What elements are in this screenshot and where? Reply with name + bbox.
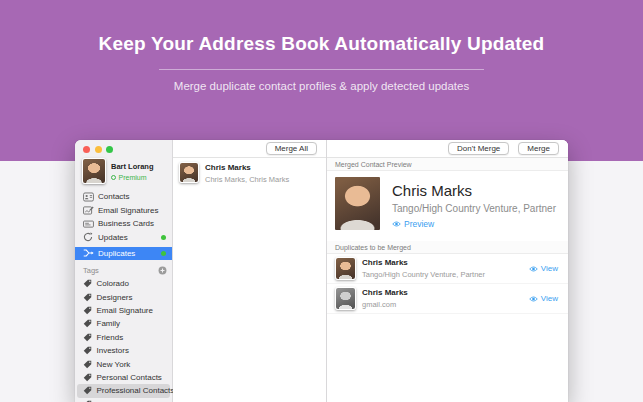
merged-contact-name: Chris Marks	[392, 182, 556, 199]
sidebar-item-label: Duplicates	[98, 249, 135, 258]
duplicate-name: Chris Marks	[362, 258, 529, 267]
updates-badge-dot	[161, 235, 166, 240]
tag-icon	[83, 306, 92, 315]
tag-item-email-signature[interactable]: Email Signature	[75, 304, 172, 317]
tag-item-personal-contacts[interactable]: Personal Contacts	[75, 371, 172, 384]
tag-item-colorado[interactable]: Colorado	[75, 277, 172, 290]
sidebar-item-business-cards[interactable]: Business Cards	[75, 217, 172, 231]
merged-preview-header: Merged Contact Preview	[327, 158, 568, 171]
duplicates-badge-dot	[161, 251, 166, 256]
profile-card[interactable]: Bart Lorang Premium	[75, 153, 172, 186]
sidebar-item-contacts[interactable]: Contacts	[75, 190, 172, 204]
view-link[interactable]: View	[529, 264, 558, 273]
tag-icon	[83, 386, 92, 395]
view-link[interactable]: View	[529, 294, 558, 303]
banner-divider	[159, 69, 484, 70]
tag-icon	[83, 293, 92, 302]
dont-merge-button[interactable]: Don't Merge	[448, 142, 509, 155]
eye-icon	[392, 220, 401, 228]
tag-icon	[83, 373, 92, 382]
premium-icon	[111, 175, 116, 180]
eye-icon	[529, 265, 538, 273]
sidebar-item-updates[interactable]: Updates	[75, 231, 172, 245]
tag-icon	[83, 319, 92, 328]
minimize-window-button[interactable]	[95, 146, 102, 153]
tag-icon	[83, 346, 92, 355]
duplicate-avatar	[335, 287, 356, 310]
tag-icon	[83, 360, 92, 369]
duplicate-name: Chris Marks	[362, 288, 529, 297]
contacts-icon	[83, 192, 94, 202]
contact-duplicate-names: Chris Marks, Chris Marks	[205, 175, 289, 184]
tag-item-investors[interactable]: Investors	[75, 344, 172, 357]
window-controls	[75, 140, 172, 153]
duplicate-contact-row: Chris Marks gmail.com View	[327, 284, 568, 314]
close-window-button[interactable]	[83, 146, 90, 153]
banner-title: Keep Your Address Book Automatically Upd…	[0, 0, 643, 55]
tag-list: Colorado Designers Email Signature Famil…	[75, 277, 172, 402]
sidebar: Bart Lorang Premium Contacts Email Signa…	[75, 140, 173, 402]
preview-link[interactable]: Preview	[392, 219, 434, 229]
premium-badge: Premium	[111, 174, 154, 181]
contact-name: Chris Marks	[205, 163, 289, 172]
tag-icon	[83, 279, 92, 288]
sidebar-item-duplicates[interactable]: Duplicates	[75, 247, 172, 261]
profile-avatar	[82, 158, 106, 184]
duplicate-detail: Tango/High Country Venture, Partner	[362, 270, 529, 279]
banner-subtitle: Merge duplicate contact profiles & apply…	[0, 80, 643, 92]
duplicate-avatar	[335, 257, 356, 280]
duplicate-group-row[interactable]: Chris Marks Chris Marks, Chris Marks	[173, 158, 326, 188]
merge-detail-panel: Don't Merge Merge Merged Contact Preview…	[327, 140, 568, 402]
sidebar-item-label: Business Cards	[98, 219, 154, 228]
duplicates-to-merge-header: Duplicates to be Merged	[327, 241, 568, 254]
tag-item-designers[interactable]: Designers	[75, 290, 172, 303]
hero-banner: Keep Your Address Book Automatically Upd…	[0, 0, 643, 161]
contact-avatar	[179, 162, 199, 183]
sidebar-item-email-signatures[interactable]: Email Signatures	[75, 204, 172, 218]
duplicate-detail: gmail.com	[362, 300, 529, 309]
merge-all-button[interactable]: Merge All	[266, 142, 317, 155]
duplicate-contact-row: Chris Marks Tango/High Country Venture, …	[327, 254, 568, 284]
updates-icon	[83, 232, 94, 242]
eye-icon	[529, 295, 538, 303]
tag-item-friends[interactable]: Friends	[75, 331, 172, 344]
tags-section-header: Tags	[75, 264, 172, 277]
business-card-icon	[83, 219, 94, 229]
tag-item-family[interactable]: Family	[75, 317, 172, 330]
sidebar-item-label: Email Signatures	[98, 206, 158, 215]
signature-icon	[83, 205, 94, 215]
tag-item-professional-contacts[interactable]: Professional Contacts	[77, 384, 170, 397]
zoom-window-button[interactable]	[106, 146, 113, 153]
sidebar-item-label: Contacts	[98, 192, 130, 201]
profile-name: Bart Lorang	[111, 162, 154, 171]
tag-item-shared-contacts[interactable]: Shared Contacts	[75, 398, 172, 402]
duplicates-list-panel: Merge All Chris Marks Chris Marks, Chris…	[173, 140, 327, 402]
merge-button[interactable]: Merge	[518, 142, 559, 155]
sidebar-item-label: Updates	[98, 233, 128, 242]
duplicates-icon	[83, 248, 94, 258]
merged-contact-photo	[335, 177, 380, 230]
list-toolbar: Merge All	[173, 140, 326, 158]
tag-icon	[83, 333, 92, 342]
app-window: Bart Lorang Premium Contacts Email Signa…	[75, 140, 568, 402]
merged-contact-preview: Chris Marks Tango/High Country Venture, …	[327, 171, 568, 241]
detail-toolbar: Don't Merge Merge	[327, 140, 568, 158]
sidebar-nav: Contacts Email Signatures Business Cards…	[75, 190, 172, 260]
tag-item-new-york[interactable]: New York	[75, 357, 172, 370]
merged-contact-company: Tango/High Country Venture, Partner	[392, 203, 556, 214]
add-tag-button[interactable]	[158, 266, 167, 275]
